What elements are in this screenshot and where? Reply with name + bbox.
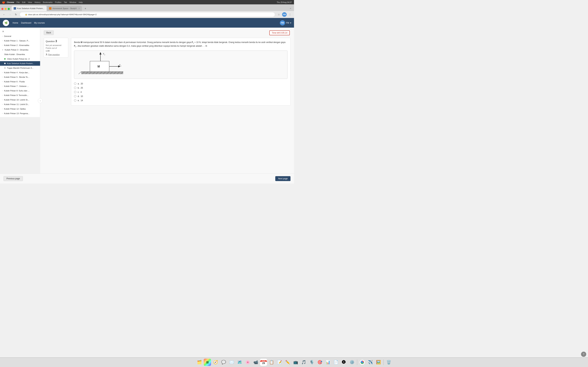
option-c[interactable]: c. 4 [74,90,287,94]
radio-e[interactable] [74,99,76,101]
menu-view[interactable]: View [28,1,32,3]
chevron-icon: › [2,76,3,78]
flag-question-button[interactable]: ⚑ Flag question [46,53,66,56]
option-b-label[interactable]: b. 25 [78,87,83,89]
tab-2[interactable]: Homework Space - StudyX ✕ [47,6,82,11]
reload-button[interactable]: ↻ [14,12,18,17]
sidebar-item-pekan11[interactable]: › Kuliah Pekan 11: Listrik Di... [0,102,40,107]
option-d[interactable]: d. 10 [74,94,287,98]
sidebar-item-pekan6[interactable]: › Kuliah Pekan 6 : Fluida [0,79,40,84]
tab-scroll-btn[interactable]: ⌄ [288,6,293,10]
sidebar-item-pekan2[interactable]: › Kuliah Pekan 2 : Kinematika [0,43,40,48]
sidebar-item-kuis[interactable]: Kuis Sebelum Kuliah Pertem... [0,61,40,66]
question-number: Question 3 [46,40,66,43]
chevron-icon: › [2,40,3,42]
chevron-icon: › [2,44,3,46]
menu-profiles[interactable]: Profiles [55,1,61,3]
previous-page-button[interactable]: Previous page [3,176,23,181]
question-info-panel: Question 3 Not yet answered Points out o… [44,38,68,106]
sidebar-item-label: Video Kuliah Pekan ke -3 [7,58,30,60]
chevron-icon: › [2,81,3,83]
menu-help[interactable]: Help [79,1,83,3]
dot-blue-icon [4,63,6,64]
sidebar-item-pekan9[interactable]: › Kuliah Pekan 9: Termodin... [0,93,40,98]
sidebar-item-general[interactable]: › General [0,34,40,38]
sidebar-item-pekan12[interactable]: › Kuliah Pekan 12: Optika [0,107,40,111]
sidebar-item-pekan3[interactable]: ∨ Kuliah Pekan 3 : Dinamika [0,48,40,52]
back-button[interactable]: Back [44,30,54,35]
sidebar-item-pekan8[interactable]: › Kuliah Pekan 8: Suhu dan ... [0,88,40,93]
window-minimize-btn[interactable] [5,8,7,10]
menu-history[interactable]: History [35,1,40,3]
sidebar-item-tugas[interactable]: Tugas Mandiri Pertemuan 3... [0,66,40,70]
option-b[interactable]: b. 25 [74,86,287,90]
question-text-4: . Jika koefisien gesekan statik diketahu… [76,45,207,47]
sidebar-item-pekan7[interactable]: › Kuliah Pekan 7 : Getaran ... [0,84,40,88]
window-close-btn[interactable] [1,8,3,10]
profile-icon[interactable]: FM [282,12,287,17]
tab-1[interactable]: Kuis Sebelum Kuliah Pertem... ✕ [12,6,47,11]
sidebar-item-label: Kuliah Pekan 7 : Getaran ... [4,85,29,87]
sidebar-item-pekan10[interactable]: › Kuliah Pekan 10: Listrik St... [0,98,40,102]
sidebar-item-video[interactable]: Video Kuliah Pekan ke -3 [0,57,40,61]
radio-d[interactable] [74,95,76,97]
radio-b[interactable] [74,87,76,89]
sidebar-item-label: Kuliah Pekan 2 : Kinematika [4,44,29,46]
sidebar-item-pekan1[interactable]: › Kuliah Pekan 1 : Satuan, P... [0,38,40,43]
lms-logo[interactable]: 🌿 [3,20,9,26]
sidebar-item-pekan13[interactable]: › Kuliah Pekan 13: Pengena... [0,111,40,116]
menu-file[interactable]: File [17,1,20,3]
menu-chrome[interactable]: Chrome [7,1,14,3]
bookmark-star-icon[interactable]: ☆ [277,12,281,17]
option-c-label[interactable]: c. 4 [78,91,82,93]
sidebar-item-label: General [4,35,11,37]
option-d-label[interactable]: d. 10 [78,95,83,98]
nav-dashboard[interactable]: Dashboard [21,22,31,24]
radio-a[interactable] [74,83,76,85]
option-d-letter: d. [78,95,79,98]
back-nav-button[interactable]: ← [2,12,6,17]
ground-rect [81,72,123,74]
user-initials-label: FM [286,22,289,24]
menu-window[interactable]: Window [69,1,76,3]
tab-bar: Kuis Sebelum Kuliah Pertem... ✕ Homework… [0,4,294,11]
address-input[interactable]: 🔒 class.ipb.ac.id/mod/quiz/attempt.php?a… [20,12,275,17]
quiz-container: Question 3 Not yet answered Points out o… [44,38,291,106]
option-b-letter: b. [78,87,79,89]
option-a-label[interactable]: a. 20 [78,83,83,85]
menu-tab[interactable]: Tab [64,1,67,3]
menu-bookmarks[interactable]: Bookmarks [43,1,52,3]
next-page-button[interactable]: Next page [275,176,291,181]
bottom-navigation: Previous page Next page [0,174,294,184]
sidebar-close-btn[interactable]: ✕ [0,29,40,34]
chevron-icon: › [2,94,3,96]
tab-1-close[interactable]: ✕ [46,8,47,9]
tab-1-label: Kuis Sebelum Kuliah Pertem... [17,7,44,9]
forward-nav-button[interactable]: → [8,12,12,17]
dot-outline-icon [4,67,6,69]
sidebar-item-slide[interactable]: Slide Kuliah : Dinamika [0,52,40,57]
sidebar-item-pekan4[interactable]: › Kuliah Pekan 4 : Kerja dan... [0,70,40,75]
radio-c[interactable] [74,91,76,93]
nav-my-courses[interactable]: My courses [34,22,45,24]
window-maximize-btn[interactable] [8,8,10,10]
answer-options: a. 20 b. 25 c. 4 [74,82,287,103]
new-tab-button[interactable]: + [83,6,88,11]
F1-label: F [119,64,121,66]
sidebar-item-label: Kuliah Pekan 8: Suhu dan ... [4,90,30,92]
address-bar-icons: ☆ FM ⋮ [277,12,292,17]
nav-home[interactable]: Home [13,22,18,24]
tab-2-close[interactable]: ✕ [78,8,80,9]
sidebar-collapse-button[interactable]: ‹ [38,98,43,103]
sidebar-item-pekan5[interactable]: › Kuliah Pekan 5 : Benda Te... [0,75,40,79]
option-e[interactable]: e. 14 [74,98,287,103]
tab-1-favicon [14,7,16,10]
F1-subscript: 1 [121,65,121,67]
menu-edit[interactable]: Edit [22,1,25,3]
option-e-label[interactable]: e. 14 [78,99,83,102]
user-menu[interactable]: FM FM ▾ [280,20,291,25]
option-a[interactable]: a. 20 [74,82,287,86]
extensions-icon[interactable]: ⋮ [288,12,292,17]
system-time: Thu 29 Aug 04:07 [277,1,292,3]
chevron-icon: › [2,103,3,105]
